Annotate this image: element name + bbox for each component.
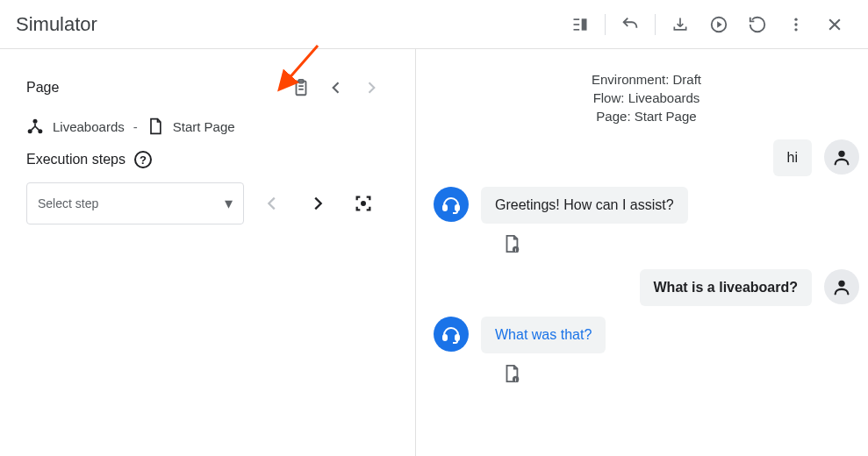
help-icon[interactable]: ? — [134, 151, 152, 168]
import-button[interactable] — [663, 7, 698, 42]
svg-point-22 — [838, 281, 844, 287]
flow-icon — [26, 118, 44, 135]
execution-steps-header: Execution steps ? — [26, 151, 389, 168]
svg-rect-24 — [456, 335, 459, 340]
step-controls: Select step ▾ — [26, 182, 389, 224]
user-avatar — [824, 139, 859, 175]
toolbar-separator — [605, 14, 606, 35]
svg-rect-18 — [443, 205, 447, 210]
step-next-button[interactable] — [300, 186, 335, 221]
select-step-dropdown[interactable]: Select step ▾ — [26, 182, 244, 224]
svg-point-6 — [794, 23, 797, 25]
focus-button[interactable] — [346, 186, 381, 221]
toolbar — [563, 7, 852, 42]
execution-steps-label: Execution steps — [26, 152, 126, 167]
payload-icon[interactable]: i — [502, 364, 859, 383]
close-button[interactable] — [817, 7, 852, 42]
page-section-header: Page — [26, 70, 389, 105]
user-message-bubble: What is a liveaboard? — [640, 269, 812, 306]
svg-point-16 — [362, 202, 365, 205]
page-icon — [147, 118, 164, 135]
step-prev-button[interactable] — [255, 186, 290, 221]
more-button[interactable] — [778, 7, 814, 42]
svg-point-5 — [794, 18, 797, 20]
payload-icon[interactable]: i — [502, 234, 859, 253]
svg-rect-23 — [443, 335, 447, 340]
main: Page Liveaboards - Start Page Execution — [0, 49, 868, 456]
toolbar-separator — [655, 14, 656, 35]
right-panel: Environment: Draft Flow: Liveaboards Pag… — [416, 49, 868, 456]
clipboard-button[interactable] — [283, 70, 319, 105]
user-message-bubble: hi — [773, 139, 812, 176]
svg-point-7 — [794, 28, 797, 31]
breadcrumb-separator: - — [133, 119, 138, 134]
user-message-row: hi — [434, 139, 859, 176]
app-title: Simulator — [16, 13, 97, 36]
chevron-down-icon: ▾ — [225, 194, 233, 213]
agent-message-row: What was that? — [434, 317, 859, 353]
toggle-panel-button[interactable] — [563, 7, 598, 42]
svg-rect-3 — [582, 18, 587, 30]
svg-point-13 — [33, 119, 38, 124]
svg-rect-1 — [574, 24, 580, 25]
page-prev-button[interactable] — [319, 70, 354, 105]
play-button[interactable] — [701, 7, 736, 42]
svg-point-17 — [838, 151, 844, 157]
agent-message-bubble: Greetings! How can I assist? — [481, 187, 688, 224]
agent-message-row: Greetings! How can I assist? — [434, 187, 859, 224]
page-label: Page — [26, 80, 283, 96]
conversation-area: hiGreetings! How can I assist?iWhat is a… — [434, 139, 859, 383]
left-panel: Page Liveaboards - Start Page Execution — [0, 49, 416, 456]
breadcrumb-flow[interactable]: Liveaboards — [53, 119, 125, 134]
reset-button[interactable] — [740, 7, 775, 42]
svg-rect-2 — [574, 29, 580, 31]
undo-button[interactable] — [613, 7, 648, 42]
select-step-placeholder: Select step — [38, 196, 98, 210]
breadcrumb-page[interactable]: Start Page — [173, 119, 235, 134]
user-message-row: What is a liveaboard? — [434, 269, 859, 306]
topbar: Simulator — [0, 0, 868, 49]
agent-avatar — [434, 187, 469, 222]
user-avatar — [824, 269, 859, 304]
page-next-button[interactable] — [354, 70, 389, 105]
svg-rect-19 — [456, 205, 459, 210]
breadcrumb: Liveaboards - Start Page — [26, 118, 389, 135]
svg-rect-0 — [574, 18, 580, 20]
agent-avatar — [434, 317, 469, 352]
agent-message-bubble[interactable]: What was that? — [481, 317, 606, 353]
context-info: Environment: Draft Flow: Liveaboards Pag… — [434, 70, 859, 125]
